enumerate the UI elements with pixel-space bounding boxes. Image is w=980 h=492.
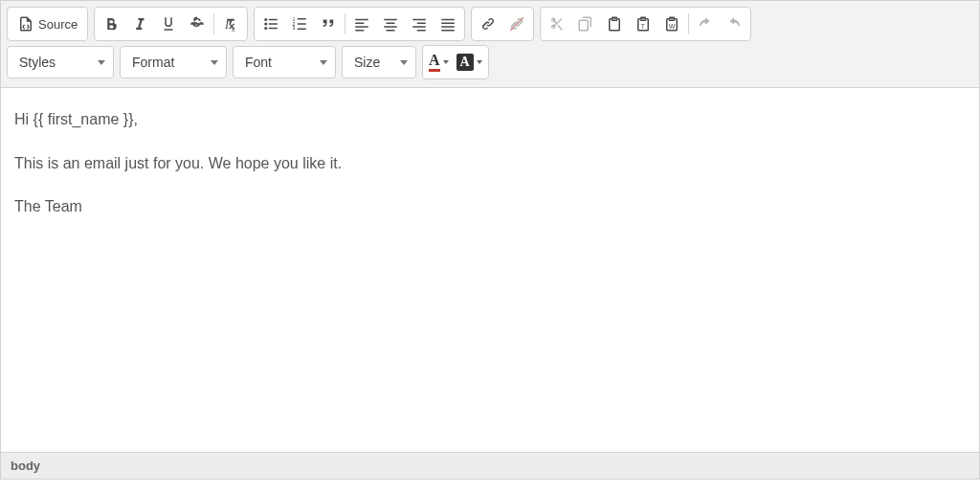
align-left-button[interactable] — [347, 10, 376, 38]
italic-icon — [131, 15, 148, 33]
strike-icon — [189, 15, 206, 33]
underline-icon — [160, 15, 177, 33]
svg-rect-18 — [355, 30, 364, 32]
svg-text:x: x — [232, 25, 235, 34]
group-paragraph: 123 — [254, 7, 465, 41]
group-links — [471, 7, 534, 41]
svg-rect-28 — [441, 23, 455, 25]
align-center-icon — [382, 15, 399, 33]
cut-icon — [548, 15, 566, 33]
chevron-down-icon — [477, 60, 482, 64]
svg-rect-15 — [355, 19, 368, 21]
align-justify-button[interactable] — [434, 10, 462, 38]
svg-rect-20 — [387, 23, 395, 25]
svg-rect-22 — [387, 30, 395, 32]
unlink-icon — [508, 15, 525, 33]
toolbar-row-1: Source Ix — [7, 5, 973, 43]
bg-color-icon: A — [457, 54, 474, 71]
svg-rect-21 — [384, 26, 397, 28]
link-icon — [479, 15, 497, 33]
undo-button[interactable] — [691, 10, 720, 38]
elements-path[interactable]: body — [11, 458, 40, 473]
group-source: Source — [7, 7, 88, 41]
svg-text:T: T — [641, 23, 645, 30]
svg-rect-12 — [298, 18, 306, 20]
redo-icon — [725, 15, 743, 33]
font-combo[interactable]: Font — [233, 46, 336, 78]
bg-color-button[interactable]: A — [453, 46, 486, 78]
svg-rect-19 — [384, 19, 397, 21]
styles-combo-label: Styles — [19, 55, 56, 70]
svg-rect-30 — [441, 30, 455, 32]
copy-icon — [577, 15, 594, 33]
align-left-icon — [353, 15, 370, 33]
svg-rect-29 — [441, 26, 455, 28]
svg-rect-27 — [441, 19, 455, 21]
bullet-list-button[interactable] — [256, 10, 285, 38]
link-button[interactable] — [474, 10, 502, 38]
paste-text-button[interactable]: T — [629, 10, 657, 38]
remove-format-button[interactable]: Ix — [216, 10, 245, 38]
svg-text:3: 3 — [293, 25, 296, 31]
format-combo[interactable]: Format — [120, 46, 227, 78]
blockquote-button[interactable] — [314, 10, 343, 38]
align-right-icon — [411, 15, 428, 33]
svg-rect-17 — [355, 26, 368, 28]
size-combo-label: Size — [354, 55, 380, 70]
editor-toolbar: Source Ix — [1, 1, 979, 88]
paste-button[interactable] — [600, 10, 629, 38]
bullet-list-icon — [262, 15, 279, 33]
svg-rect-13 — [298, 23, 306, 25]
strike-button[interactable] — [183, 10, 212, 38]
svg-rect-25 — [412, 26, 426, 28]
editor-content[interactable]: Hi {{ first_name }}, This is an email ju… — [1, 88, 979, 452]
copy-button[interactable] — [571, 10, 600, 38]
svg-text:W: W — [669, 23, 676, 30]
blockquote-icon — [320, 15, 337, 33]
svg-rect-23 — [412, 19, 426, 21]
font-combo-label: Font — [245, 55, 272, 70]
svg-point-4 — [264, 23, 267, 26]
paste-word-icon: W — [663, 15, 680, 33]
status-bar: body — [1, 452, 979, 479]
group-color: A A — [422, 45, 489, 79]
text-color-button[interactable]: A — [425, 46, 453, 78]
chevron-down-icon — [98, 60, 105, 65]
unlink-button[interactable] — [502, 10, 531, 38]
text-color-icon: A — [429, 53, 440, 72]
align-center-button[interactable] — [376, 10, 405, 38]
align-right-button[interactable] — [405, 10, 434, 38]
editor-frame: Source Ix — [0, 0, 980, 480]
undo-icon — [697, 15, 714, 33]
size-combo[interactable]: Size — [342, 46, 416, 78]
svg-rect-14 — [298, 29, 306, 31]
chevron-down-icon — [320, 60, 327, 65]
cut-button[interactable] — [543, 10, 571, 38]
toolbar-row-2: Styles Format Font Size A — [7, 43, 973, 81]
source-button[interactable]: Source — [10, 10, 85, 38]
underline-button[interactable] — [154, 10, 183, 38]
svg-rect-6 — [269, 19, 278, 21]
paste-text-icon: T — [635, 15, 652, 33]
svg-rect-26 — [417, 30, 426, 32]
numbered-list-icon: 123 — [291, 15, 308, 33]
redo-button[interactable] — [720, 10, 748, 38]
bold-icon — [102, 15, 120, 33]
italic-button[interactable] — [125, 10, 154, 38]
bold-button[interactable] — [97, 10, 125, 38]
source-button-label: Source — [38, 17, 78, 32]
format-combo-label: Format — [132, 55, 174, 70]
svg-rect-7 — [269, 23, 278, 25]
svg-line-31 — [510, 17, 523, 31]
content-line: This is an email just for you. We hope y… — [14, 151, 966, 176]
styles-combo[interactable]: Styles — [7, 46, 114, 78]
svg-point-5 — [264, 27, 267, 30]
svg-rect-8 — [269, 28, 278, 30]
remove-format-icon: Ix — [222, 15, 239, 33]
group-clipboard: T W — [540, 7, 751, 41]
content-line: Hi {{ first_name }}, — [14, 107, 966, 132]
paste-word-button[interactable]: W — [657, 10, 686, 38]
svg-rect-16 — [355, 23, 364, 25]
numbered-list-button[interactable]: 123 — [285, 10, 314, 38]
svg-rect-0 — [190, 23, 204, 25]
